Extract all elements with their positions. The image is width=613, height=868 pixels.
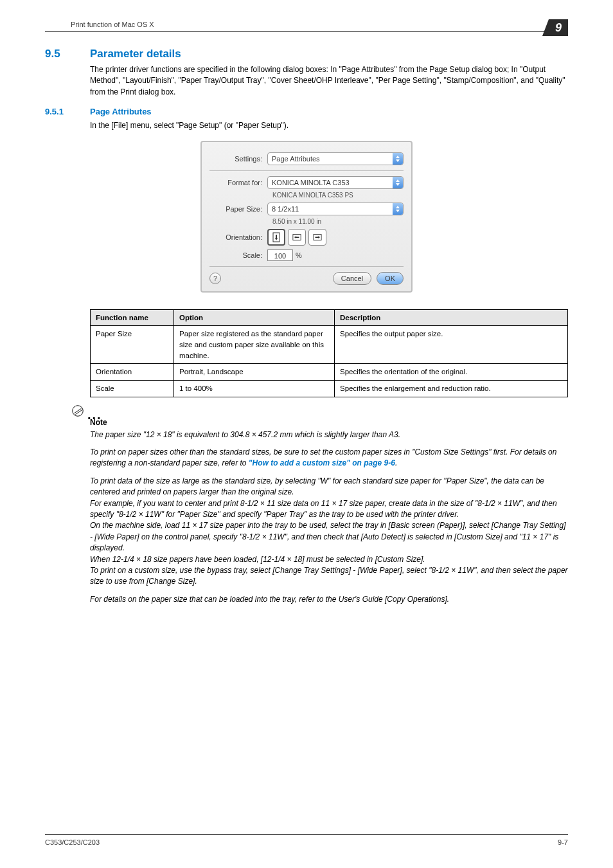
intro-paragraph: The printer driver functions are specifi… xyxy=(90,64,568,98)
page-footer: C353/C253/C203 9-7 xyxy=(45,834,568,846)
paper-size-label: Paper Size: xyxy=(209,205,267,213)
footer-page: 9-7 xyxy=(558,838,568,846)
format-for-select[interactable]: KONICA MINOLTA C353 xyxy=(267,176,404,189)
note-paragraph-3: To print data of the size as large as th… xyxy=(90,476,568,588)
dialog-screenshot: Settings: Page Attributes Format for: KO… xyxy=(45,141,568,293)
cross-reference-link[interactable]: "How to add a custom size" on page 9-6 xyxy=(249,458,395,467)
header-rule xyxy=(45,31,568,32)
subsection-title: Page Attributes xyxy=(90,107,152,116)
cell: Paper size registered as the standard pa… xyxy=(174,326,335,364)
format-for-value: KONICA MINOLTA C353 xyxy=(272,179,350,186)
col-description: Description xyxy=(335,309,568,326)
note-paragraph-4: For details on the paper size that can b… xyxy=(90,594,568,605)
format-for-label: Format for: xyxy=(209,179,267,186)
orientation-landscape-left-button[interactable] xyxy=(288,229,306,246)
ok-button[interactable]: OK xyxy=(377,272,404,285)
section-title: Parameter details xyxy=(90,48,181,60)
orientation-landscape-right-button[interactable] xyxy=(308,229,326,246)
orientation-label: Orientation: xyxy=(209,233,267,241)
note-paragraph-1: The paper size "12 × 18" is equivalent t… xyxy=(90,429,568,440)
subsection-heading: 9.5.1 Page Attributes xyxy=(45,107,568,116)
table-row: Orientation Portrait, Landscape Specifie… xyxy=(91,364,568,381)
dropdown-icon xyxy=(393,203,403,215)
subsection-number: 9.5.1 xyxy=(45,107,90,116)
help-button[interactable]: ? xyxy=(209,273,221,284)
note-label: Note xyxy=(90,418,568,427)
cell: Specifies the enlargement and reduction … xyxy=(335,380,568,397)
orientation-portrait-button[interactable] xyxy=(267,229,285,246)
table-row: Paper Size Paper size registered as the … xyxy=(91,326,568,364)
section-heading: 9.5 Parameter details xyxy=(45,48,568,60)
table-row: Scale 1 to 400% Specifies the enlargemen… xyxy=(91,380,568,397)
cell: Specifies the orientation of the origina… xyxy=(335,364,568,381)
section-number: 9.5 xyxy=(45,48,90,60)
cancel-button[interactable]: Cancel xyxy=(333,272,371,285)
col-function-name: Function name xyxy=(91,309,174,326)
footer-model: C353/C253/C203 xyxy=(45,838,100,846)
settings-select[interactable]: Page Attributes xyxy=(267,152,404,165)
note-icon: ... xyxy=(71,404,568,418)
cell: Specifies the output paper size. xyxy=(335,326,568,364)
note-p2-tail: . xyxy=(395,458,397,467)
table-header-row: Function name Option Description xyxy=(91,309,568,326)
col-option: Option xyxy=(174,309,335,326)
scale-label: Scale: xyxy=(209,251,267,259)
chapter-tab: 9 xyxy=(549,19,568,36)
paper-size-select[interactable]: 8 1/2x11 xyxy=(267,203,404,215)
cell: Scale xyxy=(91,380,174,397)
cell: Orientation xyxy=(91,364,174,381)
cell: Portrait, Landscape xyxy=(174,364,335,381)
header-bar: Print function of Mac OS X 9 xyxy=(45,19,568,36)
scale-unit: % xyxy=(296,251,302,259)
paper-size-sub: 8.50 in x 11.00 in xyxy=(272,218,404,225)
dropdown-icon xyxy=(393,177,403,188)
cell: Paper Size xyxy=(91,326,174,364)
scale-input[interactable]: 100 xyxy=(267,249,293,261)
settings-value: Page Attributes xyxy=(272,155,320,163)
cell: 1 to 400% xyxy=(174,380,335,397)
note-paragraph-2: To print on paper sizes other than the s… xyxy=(90,447,568,469)
format-for-sub: KONICA MINOLTA C353 PS xyxy=(272,192,404,199)
breadcrumb: Print function of Mac OS X xyxy=(71,21,154,28)
paper-size-value: 8 1/2x11 xyxy=(272,205,299,213)
settings-label: Settings: xyxy=(209,155,267,163)
parameters-table: Function name Option Description Paper S… xyxy=(90,309,568,397)
dropdown-icon xyxy=(393,153,403,165)
instruction-text: In the [File] menu, select "Page Setup" … xyxy=(90,120,568,131)
note-dots-icon: ... xyxy=(87,411,102,418)
